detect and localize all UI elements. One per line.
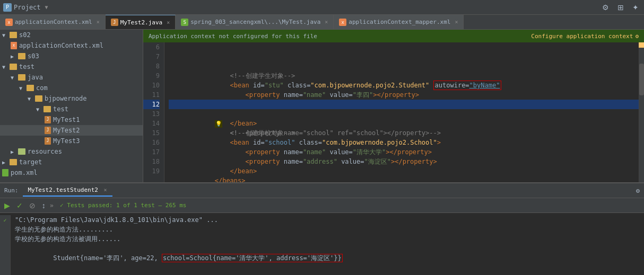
tabs-bar: x applicationContext.xml × J MyTest2.jav… <box>0 15 644 30</box>
rerun-button[interactable]: ↕ <box>40 200 48 211</box>
file-icon-java2: J <box>45 127 51 134</box>
tree-item-test-inner[interactable]: ▼ test <box>0 104 143 114</box>
tab-close-appctx[interactable]: × <box>97 19 100 25</box>
school-highlight: school=School{name='清华大学', address='海淀区'… <box>162 254 343 262</box>
tab-label: MyTest2.java <box>120 19 162 26</box>
student-prefix: Student{name='李四', age=22, <box>53 254 162 262</box>
tree-item-resources[interactable]: ▶ resources <box>0 146 143 157</box>
bottom-panel: Run: MyTest2.testStudent2 × ⚙ ▶ ✓ ⊘ ↕ » … <box>0 182 644 275</box>
code-line-6 <box>169 42 639 52</box>
arrow-target: ▶ <box>2 159 10 165</box>
folder-icon-java <box>18 74 25 81</box>
bottom-tabs-bar: Run: MyTest2.testStudent2 × ⚙ <box>0 183 644 198</box>
tab-label: spring_003_sancengxml\...\MyTest.java <box>190 19 320 25</box>
tab-appctxmapper[interactable]: x applicationContext_mapper.xml × <box>334 15 464 30</box>
code-line-11: <property name="age" value="22"></proper… <box>169 90 639 100</box>
tree-label-java: java <box>28 74 43 81</box>
file-icon-xml: x <box>11 42 17 49</box>
tree-item-s02[interactable]: ▼ s02 <box>0 30 143 40</box>
settings-icon[interactable]: ⚙ <box>600 2 611 13</box>
tab-appctx[interactable]: x applicationContext.xml × <box>0 15 106 30</box>
xml-icon2: x <box>339 19 346 26</box>
arrow-bjpowernode: ▼ <box>28 96 35 102</box>
arrow-com: ▼ <box>19 85 27 91</box>
test-status: ✓ Tests passed: 1 of 1 test – 265 ms <box>60 202 186 209</box>
tab-spring003[interactable]: S spring_003_sancengxml\...\MyTest.java … <box>176 15 334 30</box>
tree-label-pom: pom.xml <box>11 169 38 176</box>
code-line-14: <!--创建学校对象--> <box>169 119 639 128</box>
tree-label-mytest2: MyTest2 <box>53 127 80 134</box>
tab-label: applicationContext_mapper.xml <box>349 19 450 25</box>
code-line-9: <bean id="stu" class="com.bjpowernode.po… <box>169 71 639 81</box>
code-line-12: 💡 <!--<property name="school" ref="schoo… <box>169 100 639 109</box>
console-line-cmd: "C:\Program Files\Java\jdk1.8.0_101\bin\… <box>11 215 644 225</box>
tab-close-mapper[interactable]: × <box>455 19 458 25</box>
console-line-3: Student{name='李四', age=22, school=School… <box>11 244 644 272</box>
tree-label-s02: s02 <box>19 31 31 39</box>
tree-item-appctx[interactable]: x applicationContext.xml <box>0 40 143 51</box>
run-indicator: ▶ <box>2 199 12 212</box>
java-icon: J <box>111 19 118 26</box>
top-bar: P Project ▼ ⚙ ⊞ ✦ <box>0 0 644 15</box>
tree-label-bjpowernode: bjpowernode <box>45 95 86 102</box>
tree-label-mytest3: MyTest3 <box>53 137 80 145</box>
arrow-test-inner: ▼ <box>36 107 43 112</box>
bottom-tab-close[interactable]: × <box>104 187 107 193</box>
tab-close-mytest2[interactable]: × <box>167 20 170 25</box>
code-line-15: <bean id="school" class="com.bjpowernode… <box>169 128 639 138</box>
console-lines: "C:\Program Files\Java\jdk1.8.0_101\bin\… <box>11 215 644 275</box>
console-line-empty <box>11 272 644 275</box>
project-icon: P <box>3 3 12 12</box>
code-line-10: <property name="name" value="李四"></prope… <box>169 81 639 90</box>
settings-gear-icon: ⚙ <box>636 187 640 194</box>
tab-mytest2[interactable]: J MyTest2.java × <box>106 15 176 30</box>
info-bar: Application context not configured for t… <box>143 30 644 42</box>
tree-item-mytest2[interactable]: J MyTest2 <box>0 125 143 136</box>
tree-label-target: target <box>19 158 42 166</box>
info-message: Application context not configured for t… <box>149 33 317 40</box>
bottom-toolbar: ▶ ✓ ⊘ ↕ » ✓ Tests passed: 1 of 1 test – … <box>0 198 644 213</box>
folder-icon-test <box>10 64 17 70</box>
tree-item-mytest1[interactable]: J MyTest1 <box>0 114 143 125</box>
folder-icon-resources <box>18 148 25 155</box>
folder-icon-s02 <box>10 32 17 38</box>
code-line-19: </beans> <box>169 166 639 176</box>
tree-item-pom[interactable]: pom.xml <box>0 167 143 178</box>
bottom-tab-label: MyTest2.testStudent2 <box>28 187 98 193</box>
console-line-1: 学生的无参的构造方法......... <box>11 225 644 234</box>
stop-button[interactable]: ⊘ <box>27 200 38 211</box>
tree-label-mytest1: MyTest1 <box>53 116 80 123</box>
layout-icon[interactable]: ⊞ <box>615 2 626 13</box>
configure-link[interactable]: Configure application context <box>531 33 633 40</box>
tab-run-mytest2[interactable]: MyTest2.testStudent2 × <box>23 184 112 197</box>
check-button[interactable]: ✓ <box>14 200 25 211</box>
tree-item-bjpowernode[interactable]: ▼ bjpowernode <box>0 93 143 104</box>
console-output: ✓ "C:\Program Files\Java\jdk1.8.0_101\bi… <box>0 213 644 275</box>
arrow-java: ▼ <box>11 75 18 81</box>
xml-icon: x <box>5 19 13 26</box>
tree-item-test[interactable]: ▼ test <box>0 61 143 72</box>
tree-section: ▼ s02 x applicationContext.xml ▶ s03 ▼ t… <box>0 30 143 178</box>
scroll-thumb[interactable] <box>639 64 644 95</box>
run-label: Run: <box>4 187 23 194</box>
folder-icon-target <box>10 159 17 165</box>
project-title: Project <box>14 4 41 11</box>
tree-item-java[interactable]: ▼ java <box>0 72 143 83</box>
arrow-resources: ▶ <box>11 149 18 155</box>
tree-item-mytest3[interactable]: J MyTest3 <box>0 136 143 146</box>
gutter-empty2 <box>0 234 10 244</box>
console-gutter: ✓ <box>0 215 11 275</box>
code-line-7 <box>169 52 639 61</box>
file-icon-pom <box>2 169 8 176</box>
console-line-2: 学校的无参的构造方法被调用...... <box>11 234 644 244</box>
tree-item-com[interactable]: ▼ com <box>0 83 143 93</box>
folder-icon-com <box>27 85 34 91</box>
gear-icon[interactable]: ✦ <box>630 2 641 13</box>
tab-close-spring[interactable]: × <box>325 19 328 25</box>
folder-icon-bjpowernode <box>35 95 42 102</box>
tree-item-target[interactable]: ▶ target <box>0 157 143 167</box>
mytest-label: ▶ <box>4 200 10 211</box>
bottom-settings-icon[interactable]: ⚙ <box>636 187 640 194</box>
configure-settings-icon[interactable]: ⚙ <box>635 33 639 40</box>
tree-item-s03[interactable]: ▶ s03 <box>0 51 143 61</box>
